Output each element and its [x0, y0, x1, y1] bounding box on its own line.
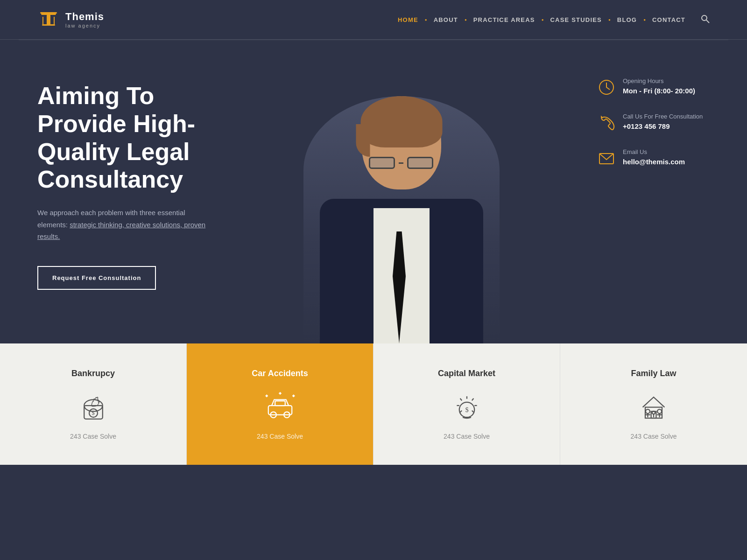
hero-section: Aiming To Provide High-Quality Legal Con… [0, 40, 747, 343]
svg-point-38 [657, 409, 662, 413]
person-hair [361, 96, 443, 147]
header: Themis law agency HOME ● ABOUT ● PRACTIC… [0, 0, 747, 40]
svg-rect-3 [40, 12, 57, 14]
hero-person [280, 82, 523, 343]
nav-home[interactable]: HOME [394, 14, 422, 25]
capital-market-icon: $ [448, 387, 486, 424]
hero-left: Aiming To Provide High-Quality Legal Con… [0, 40, 215, 343]
svg-line-27 [472, 398, 473, 400]
nav-practice-areas[interactable]: PRACTICE AREAS [470, 14, 539, 25]
email-label: Email Us [623, 148, 685, 155]
nav-case-studies[interactable]: CASE STUDIES [546, 14, 605, 25]
glasses-right-lens [407, 157, 433, 169]
svg-line-30 [460, 398, 462, 400]
svg-rect-2 [42, 24, 55, 26]
svg-line-29 [472, 410, 474, 413]
glasses-bridge [399, 162, 403, 164]
email-value: hello@themis.com [623, 158, 685, 166]
person-head [362, 96, 441, 189]
svg-point-35 [646, 409, 650, 413]
opening-hours-value: Mon - Fri (8:00- 20:00) [623, 87, 695, 95]
card-bankrupcy-title: Bankrupcy [71, 369, 115, 378]
hero-description: We approach each problem with three esse… [37, 207, 215, 243]
card-car-count: 243 Case Solve [257, 433, 303, 440]
svg-line-7 [706, 20, 709, 23]
logo-tagline: law agency [65, 23, 104, 28]
card-bankrupcy-count: 243 Case Solve [70, 433, 116, 440]
card-car-title: Car Accidents [252, 369, 308, 378]
info-email: Email Us hello@themis.com [598, 148, 719, 167]
info-opening-hours: Opening Hours Mon - Fri (8:00- 20:00) [598, 77, 719, 96]
svg-text:$: $ [465, 406, 468, 413]
info-phone: Call Us For Free Consultation +0123 456 … [598, 113, 719, 132]
svg-point-41 [652, 411, 655, 414]
logo[interactable]: Themis law agency [37, 8, 104, 31]
hero-image-area [215, 40, 588, 343]
svg-rect-14 [268, 406, 291, 415]
cta-button[interactable]: Request Free Consultation [37, 266, 156, 290]
email-icon [598, 149, 615, 167]
glasses-left-lens [369, 157, 395, 169]
clock-icon [598, 78, 615, 96]
phone-icon [598, 114, 615, 132]
person-glasses [369, 157, 434, 170]
opening-hours-label: Opening Hours [623, 77, 695, 84]
card-family-title: Family Law [631, 369, 676, 378]
hero-title: Aiming To Provide High-Quality Legal Con… [37, 82, 215, 194]
card-capital-title: Capital Market [438, 369, 495, 378]
card-bankrupcy[interactable]: Bankrupcy $ 243 Case Solve [0, 343, 187, 465]
bankrupcy-icon: $ [75, 387, 112, 424]
family-law-icon [635, 387, 672, 424]
card-family-law[interactable]: Family Law 243 Case Solve [560, 343, 747, 465]
nav-contact[interactable]: CONTACT [648, 14, 689, 25]
phone-value: +0123 456 789 [623, 122, 703, 130]
hero-right: Opening Hours Mon - Fri (8:00- 20:00) Ca… [588, 40, 747, 343]
logo-icon [37, 8, 60, 31]
phone-label: Call Us For Free Consultation [623, 113, 703, 120]
search-icon[interactable] [700, 14, 710, 26]
svg-rect-17 [275, 401, 285, 406]
cards-section: Bankrupcy $ 243 Case Solve Car Accidents [0, 343, 747, 465]
nav-blog[interactable]: BLOG [613, 14, 641, 25]
card-car-accidents[interactable]: Car Accidents 243 Case Solve [187, 343, 374, 465]
svg-line-32 [459, 410, 462, 413]
svg-point-6 [702, 15, 707, 21]
main-nav: HOME ● ABOUT ● PRACTICE AREAS ● CASE STU… [394, 14, 710, 26]
logo-name: Themis [65, 11, 104, 23]
car-icon [261, 387, 299, 424]
card-capital-count: 243 Case Solve [444, 433, 490, 440]
logo-text: Themis law agency [65, 11, 104, 28]
card-family-count: 243 Case Solve [631, 433, 677, 440]
card-capital-market[interactable]: Capital Market $ 243 Case Solve [374, 343, 560, 465]
svg-text:$: $ [92, 409, 94, 416]
nav-about[interactable]: ABOUT [430, 14, 462, 25]
svg-rect-1 [47, 15, 50, 25]
